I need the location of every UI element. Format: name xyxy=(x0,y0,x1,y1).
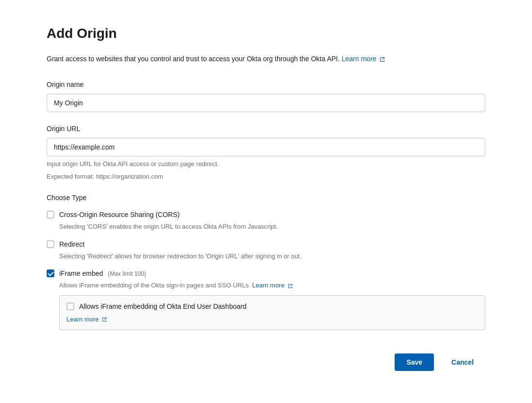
iframe-sub-external-link-icon xyxy=(101,317,107,322)
redirect-checkbox-label[interactable]: Redirect xyxy=(59,239,84,250)
iframe-max-limit: (Max limit 100) xyxy=(108,270,146,277)
description-text: Grant access to websites that you contro… xyxy=(47,53,485,64)
choose-type-label: Choose Type xyxy=(47,193,485,203)
redirect-checkbox[interactable] xyxy=(47,240,54,248)
iframe-checkbox-item: iFrame embed (Max limit 100) xyxy=(47,269,485,279)
origin-url-helper2: Expected format: https://organization.co… xyxy=(47,172,485,182)
button-row: Save Cancel xyxy=(47,353,485,371)
origin-name-label: Origin name xyxy=(47,80,485,90)
cancel-button[interactable]: Cancel xyxy=(440,353,485,371)
iframe-checkbox-group: iFrame embed (Max limit 100) Allows iFra… xyxy=(47,269,485,330)
description-main-text: Grant access to websites that you contro… xyxy=(47,55,340,63)
cors-checkbox-label[interactable]: Cross-Origin Resource Sharing (CORS) xyxy=(59,210,180,220)
iframe-learn-more-link[interactable]: Learn more xyxy=(252,282,293,289)
iframe-external-link-icon xyxy=(287,283,293,289)
redirect-checkbox-item: Redirect xyxy=(47,239,485,250)
iframe-sub-label[interactable]: Allows iFrame embedding of Okta End User… xyxy=(79,302,247,312)
origin-name-input[interactable]: My Origin xyxy=(47,94,485,112)
iframe-sub-checkbox[interactable] xyxy=(66,302,74,310)
origin-name-group: Origin name My Origin xyxy=(47,80,485,112)
origin-url-helper1: Input origin URL for Okta API access or … xyxy=(47,159,485,169)
cors-description: Selecting 'CORS' enables the origin URL … xyxy=(59,222,485,232)
redirect-description: Selecting 'Redirect' allows for browser … xyxy=(59,252,485,261)
cors-checkbox-item: Cross-Origin Resource Sharing (CORS) xyxy=(47,210,485,220)
iframe-description: Allows iFrame embedding of the Okta sign… xyxy=(59,281,485,290)
iframe-checkbox-label[interactable]: iFrame embed (Max limit 100) xyxy=(59,269,146,279)
origin-url-label: Origin URL xyxy=(47,124,485,134)
page-title: Add Origin xyxy=(47,23,485,44)
origin-url-group: Origin URL https://example.com Input ori… xyxy=(47,124,485,181)
iframe-sub-section: Allows iFrame embedding of Okta End User… xyxy=(59,295,485,331)
page-container: Add Origin Grant access to websites that… xyxy=(0,0,532,400)
top-learn-more-link[interactable]: Learn more xyxy=(342,55,385,63)
iframe-sub-checkbox-item: Allows iFrame embedding of Okta End User… xyxy=(66,302,478,312)
save-button[interactable]: Save xyxy=(395,353,434,371)
choose-type-section: Choose Type Cross-Origin Resource Sharin… xyxy=(47,193,485,330)
origin-url-input[interactable]: https://example.com xyxy=(47,138,485,156)
iframe-checkbox[interactable] xyxy=(47,269,54,277)
external-link-icon xyxy=(379,56,385,63)
iframe-sub-learn-more-container: Learn more xyxy=(66,315,478,324)
iframe-sub-learn-more-link[interactable]: Learn more xyxy=(66,316,107,323)
redirect-checkbox-group: Redirect Selecting 'Redirect' allows for… xyxy=(47,239,485,261)
cors-checkbox[interactable] xyxy=(47,211,54,218)
cors-checkbox-group: Cross-Origin Resource Sharing (CORS) Sel… xyxy=(47,210,485,232)
